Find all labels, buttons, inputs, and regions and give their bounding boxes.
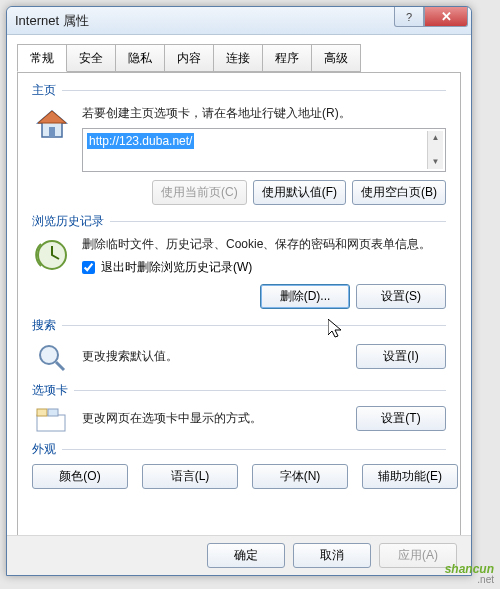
delete-history-button[interactable]: 删除(D)...	[260, 284, 350, 309]
tab-general[interactable]: 常规	[17, 44, 67, 72]
help-button[interactable]: ?	[394, 7, 424, 27]
delete-on-exit-checkbox[interactable]: 退出时删除浏览历史记录(W)	[82, 259, 446, 276]
clock-icon	[35, 238, 69, 309]
tabs-label: 选项卡	[32, 382, 68, 399]
tab-privacy[interactable]: 隐私	[115, 44, 165, 72]
titlebar-controls: ? ✕	[394, 7, 471, 34]
svg-point-4	[40, 346, 58, 364]
tab-panel-general: 主页 若要创建主页选项卡，请在各地址行键入地址(R)。 http://123.d…	[17, 72, 461, 538]
homepage-url-input[interactable]: http://123.duba.net/ ▲ ▼	[82, 128, 446, 172]
search-label: 搜索	[32, 317, 56, 334]
history-desc: 删除临时文件、历史记录、Cookie、保存的密码和网页表单信息。	[82, 236, 446, 253]
svg-line-5	[56, 362, 64, 370]
fonts-button[interactable]: 字体(N)	[252, 464, 348, 489]
appearance-label: 外观	[32, 441, 56, 458]
ok-button[interactable]: 确定	[207, 543, 285, 568]
history-settings-button[interactable]: 设置(S)	[356, 284, 446, 309]
tab-content[interactable]: 内容	[164, 44, 214, 72]
search-group: 搜索 更改搜索默认值。 设置(I)	[32, 317, 446, 374]
tab-security[interactable]: 安全	[66, 44, 116, 72]
tabs-desc: 更改网页在选项卡中显示的方式。	[82, 410, 262, 427]
tab-connections[interactable]: 连接	[213, 44, 263, 72]
svg-rect-8	[48, 409, 58, 416]
use-default-button[interactable]: 使用默认值(F)	[253, 180, 346, 205]
close-button[interactable]: ✕	[424, 7, 468, 27]
titlebar[interactable]: Internet 属性 ? ✕	[7, 7, 471, 35]
homepage-desc: 若要创建主页选项卡，请在各地址行键入地址(R)。	[82, 105, 446, 122]
accessibility-button[interactable]: 辅助功能(E)	[362, 464, 458, 489]
cancel-button[interactable]: 取消	[293, 543, 371, 568]
use-blank-button[interactable]: 使用空白页(B)	[352, 180, 446, 205]
url-scrollbar[interactable]: ▲ ▼	[427, 131, 443, 169]
svg-rect-6	[37, 415, 65, 431]
tabs-settings-button[interactable]: 设置(T)	[356, 406, 446, 431]
tab-strip: 常规 安全 隐私 内容 连接 程序 高级	[17, 44, 461, 73]
search-desc: 更改搜索默认值。	[82, 348, 178, 365]
svg-rect-7	[37, 409, 47, 416]
homepage-url-text: http://123.duba.net/	[87, 133, 194, 149]
scroll-up-icon[interactable]: ▲	[428, 131, 443, 145]
scroll-down-icon[interactable]: ▼	[428, 155, 443, 169]
delete-on-exit-input[interactable]	[82, 261, 95, 274]
magnifier-icon	[36, 342, 68, 374]
delete-on-exit-label: 退出时删除浏览历史记录(W)	[101, 259, 252, 276]
dialog-button-bar: 确定 取消 应用(A)	[7, 535, 471, 575]
languages-button[interactable]: 语言(L)	[142, 464, 238, 489]
home-icon	[34, 107, 70, 205]
tab-advanced[interactable]: 高级	[311, 44, 361, 72]
use-current-button[interactable]: 使用当前页(C)	[152, 180, 247, 205]
svg-rect-1	[49, 127, 55, 137]
tab-programs[interactable]: 程序	[262, 44, 312, 72]
client-area: 常规 安全 隐私 内容 连接 程序 高级 主页	[7, 35, 471, 544]
window-title: Internet 属性	[15, 12, 394, 30]
colors-button[interactable]: 颜色(O)	[32, 464, 128, 489]
tabs-group: 选项卡 更改网页在选项卡中显示的方式。 设置(T)	[32, 382, 446, 433]
appearance-group: 外观 颜色(O) 语言(L) 字体(N) 辅助功能(E)	[32, 441, 446, 489]
search-settings-button[interactable]: 设置(I)	[356, 344, 446, 369]
homepage-group: 主页 若要创建主页选项卡，请在各地址行键入地址(R)。 http://123.d…	[32, 82, 446, 205]
internet-properties-window: Internet 属性 ? ✕ 常规 安全 隐私 内容 连接 程序 高级 主页	[6, 6, 472, 576]
homepage-label: 主页	[32, 82, 56, 99]
tabs-icon	[35, 407, 69, 433]
watermark: shancun.net	[445, 557, 494, 585]
history-label: 浏览历史记录	[32, 213, 104, 230]
history-group: 浏览历史记录 删除临时文件、历史记录、Cookie、保存的密码和网页表单信息。 …	[32, 213, 446, 309]
svg-marker-2	[38, 111, 66, 123]
